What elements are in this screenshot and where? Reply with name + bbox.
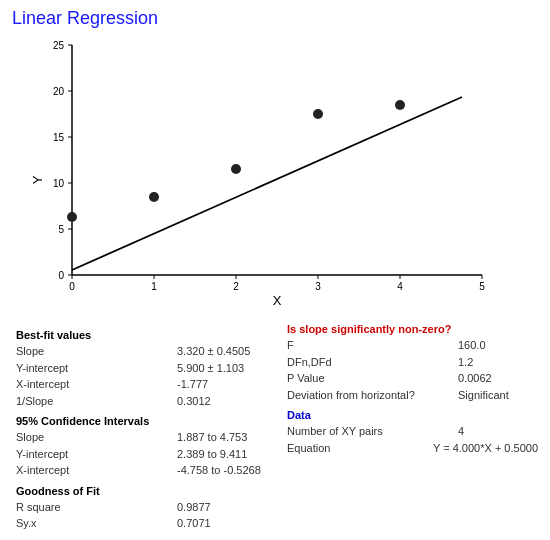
stat-row: Y-intercept 5.900 ± 1.103 bbox=[16, 360, 267, 377]
f-label: F bbox=[287, 337, 367, 354]
stat-row: Y-intercept 2.389 to 9.411 bbox=[16, 446, 267, 463]
svg-text:0: 0 bbox=[58, 270, 64, 281]
ci-xint-value: -4.758 to -0.5268 bbox=[177, 462, 267, 479]
dfn-label: DFn,DFd bbox=[287, 354, 367, 371]
svg-text:20: 20 bbox=[53, 86, 65, 97]
stat-row: R square 0.9877 bbox=[16, 499, 267, 516]
data-row: Equation Y = 4.000*X + 0.5000 bbox=[287, 440, 538, 457]
svg-text:25: 25 bbox=[53, 40, 65, 51]
svg-text:5: 5 bbox=[479, 281, 485, 292]
xintercept-label: X-intercept bbox=[16, 376, 96, 393]
q-row: F 160.0 bbox=[287, 337, 538, 354]
xintercept-value: -1.777 bbox=[177, 376, 267, 393]
invslope-label: 1/Slope bbox=[16, 393, 96, 410]
best-fit-title: Best-fit values bbox=[16, 329, 267, 341]
equation-value: Y = 4.000*X + 0.5000 bbox=[433, 440, 538, 457]
stats-area: Best-fit values Slope 3.320 ± 0.4505 Y-i… bbox=[12, 323, 538, 532]
data-row: Number of XY pairs 4 bbox=[287, 423, 538, 440]
stat-row: Slope 3.320 ± 0.4505 bbox=[16, 343, 267, 360]
svg-text:5: 5 bbox=[58, 224, 64, 235]
syx-label: Sy.x bbox=[16, 515, 96, 532]
regression-chart: Y 0 5 10 15 20 25 0 1 2 3 4 5 X bbox=[32, 35, 512, 315]
svg-text:3: 3 bbox=[315, 281, 321, 292]
nxy-label: Number of XY pairs bbox=[287, 423, 383, 440]
invslope-value: 0.3012 bbox=[177, 393, 267, 410]
f-value: 160.0 bbox=[458, 337, 538, 354]
data-point bbox=[149, 192, 159, 202]
data-point bbox=[313, 109, 323, 119]
regression-line bbox=[72, 97, 462, 270]
pvalue-value: 0.0062 bbox=[458, 370, 538, 387]
svg-text:0: 0 bbox=[69, 281, 75, 292]
nxy-value: 4 bbox=[458, 423, 538, 440]
stat-row: Slope 1.887 to 4.753 bbox=[16, 429, 267, 446]
stat-row: X-intercept -1.777 bbox=[16, 376, 267, 393]
q-row: P Value 0.0062 bbox=[287, 370, 538, 387]
deviation-value: Significant bbox=[458, 387, 538, 404]
svg-text:2: 2 bbox=[233, 281, 239, 292]
ci-yint-label: Y-intercept bbox=[16, 446, 96, 463]
stat-row: X-intercept -4.758 to -0.5268 bbox=[16, 462, 267, 479]
data-section-title: Data bbox=[287, 409, 538, 421]
ci-slope-value: 1.887 to 4.753 bbox=[177, 429, 267, 446]
stat-row: 1/Slope 0.3012 bbox=[16, 393, 267, 410]
equation-label: Equation bbox=[287, 440, 367, 457]
y-axis-label: Y bbox=[32, 175, 45, 184]
slope-value: 3.320 ± 0.4505 bbox=[177, 343, 267, 360]
x-axis-label: X bbox=[273, 293, 282, 308]
ci-slope-label: Slope bbox=[16, 429, 96, 446]
rsquare-value: 0.9877 bbox=[177, 499, 267, 516]
ci-xint-label: X-intercept bbox=[16, 462, 96, 479]
q-row: Deviation from horizontal? Significant bbox=[287, 387, 538, 404]
deviation-label: Deviation from horizontal? bbox=[287, 387, 415, 404]
svg-text:15: 15 bbox=[53, 132, 65, 143]
data-point bbox=[395, 100, 405, 110]
pvalue-label: P Value bbox=[287, 370, 367, 387]
dfn-value: 1.2 bbox=[458, 354, 538, 371]
question-title: Is slope significantly non-zero? bbox=[287, 323, 538, 335]
ci-yint-value: 2.389 to 9.411 bbox=[177, 446, 267, 463]
right-stats-col: Is slope significantly non-zero? F 160.0… bbox=[287, 323, 538, 532]
data-point bbox=[67, 212, 77, 222]
gof-title: Goodness of Fit bbox=[16, 485, 267, 497]
stat-row: Sy.x 0.7071 bbox=[16, 515, 267, 532]
chart-container: Y 0 5 10 15 20 25 0 1 2 3 4 5 X bbox=[32, 35, 512, 315]
rsquare-label: R square bbox=[16, 499, 96, 516]
left-stats-col: Best-fit values Slope 3.320 ± 0.4505 Y-i… bbox=[16, 323, 267, 532]
svg-text:4: 4 bbox=[397, 281, 403, 292]
slope-label: Slope bbox=[16, 343, 96, 360]
yintercept-value: 5.900 ± 1.103 bbox=[177, 360, 267, 377]
yintercept-label: Y-intercept bbox=[16, 360, 96, 377]
syx-value: 0.7071 bbox=[177, 515, 267, 532]
ci-title: 95% Confidence Intervals bbox=[16, 415, 267, 427]
data-point bbox=[231, 164, 241, 174]
page-title: Linear Regression bbox=[12, 8, 538, 29]
q-row: DFn,DFd 1.2 bbox=[287, 354, 538, 371]
svg-text:1: 1 bbox=[151, 281, 157, 292]
svg-text:10: 10 bbox=[53, 178, 65, 189]
